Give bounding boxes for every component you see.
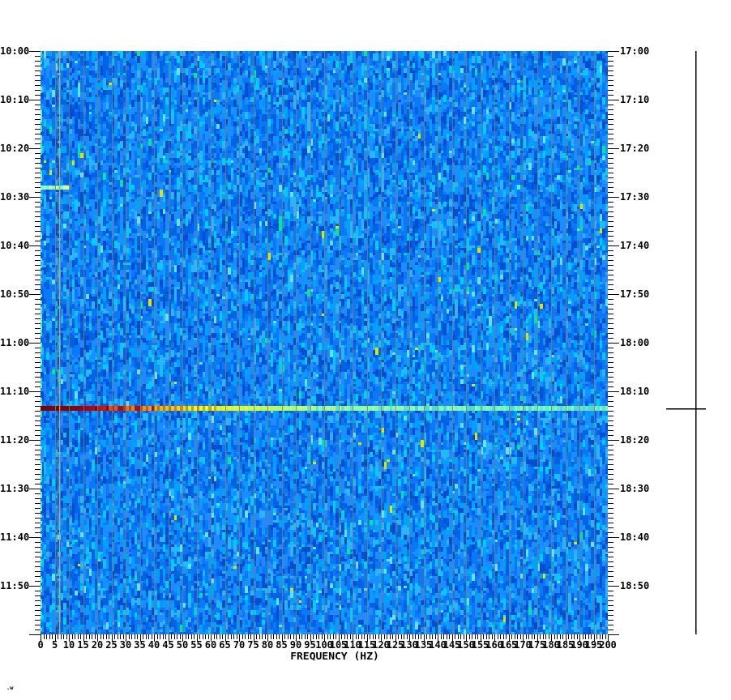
y-axis-label-left-pdt: 10:00 (0, 46, 29, 57)
x-axis-tick-label: 15 (77, 640, 88, 651)
y-axis-label-right-utc: 17:10 (620, 95, 649, 105)
x-axis-tick-label: 200 (599, 640, 617, 651)
x-axis-tick-label: 65 (219, 640, 230, 651)
x-axis-tick-label: 20 (92, 640, 103, 651)
y-axis-label-right-utc: 18:50 (620, 581, 649, 591)
y-axis-label-right-utc: 17:20 (620, 143, 649, 154)
x-axis-tick-label: 0 (37, 640, 43, 651)
x-axis-tick-label: 60 (205, 640, 216, 651)
y-axis-label-left-pdt: 10:30 (0, 192, 29, 203)
y-axis-label-left-pdt: 10:20 (0, 143, 29, 154)
y-axis-label-left-pdt: 10:10 (0, 95, 29, 105)
y-axis-label-right-utc: 18:20 (620, 435, 649, 446)
y-axis-label-right-utc: 18:10 (620, 386, 649, 397)
y-axis-label-left-pdt: 10:50 (0, 289, 29, 300)
y-axis-label-right-utc: 18:00 (620, 338, 649, 348)
x-axis-tick-label: 70 (233, 640, 245, 651)
x-axis-tick-label: 55 (190, 640, 202, 651)
x-axis-title: FREQUENCY (HZ) (290, 651, 379, 661)
x-axis-tick-label: 25 (105, 640, 117, 651)
y-axis-label-right-utc: 18:30 (620, 484, 649, 494)
y-axis-label-left-pdt: 11:30 (0, 484, 29, 494)
x-axis-tick-label: 85 (276, 640, 287, 651)
x-axis-tick-label: 40 (148, 640, 160, 651)
y-axis-label-left-pdt: 11:50 (0, 581, 29, 591)
x-axis-tick-label: 75 (247, 640, 259, 651)
y-axis-label-left-pdt: 11:10 (0, 386, 29, 397)
x-axis-tick-label: 30 (120, 640, 131, 651)
y-axis-label-right-utc: 17:30 (620, 192, 649, 203)
y-axis-label-left-pdt: 11:40 (0, 532, 29, 543)
x-axis-tick-label: 10 (63, 640, 75, 651)
y-axis-label-left-pdt: 11:00 (0, 338, 29, 348)
y-axis-label-right-utc: 17:40 (620, 241, 649, 251)
y-axis-label-left-pdt: 11:20 (0, 435, 29, 446)
x-axis-tick-label: 45 (162, 640, 173, 651)
y-axis-label-right-utc: 17:50 (620, 289, 649, 300)
y-axis-label-left-pdt: 10:40 (0, 241, 29, 251)
x-axis-tick-label: 5 (52, 640, 58, 651)
watermark: .w (6, 685, 13, 691)
x-axis-tick-label: 80 (262, 640, 273, 651)
x-axis-tick-label: 50 (177, 640, 188, 651)
spectrogram-page: { "header": { "title": "MDH1 DP2 NC --",… (0, 0, 731, 700)
y-axis-label-right-utc: 18:40 (620, 532, 649, 543)
x-axis-tick-label: 35 (134, 640, 145, 651)
y-axis-label-right-utc: 17:00 (620, 46, 649, 57)
